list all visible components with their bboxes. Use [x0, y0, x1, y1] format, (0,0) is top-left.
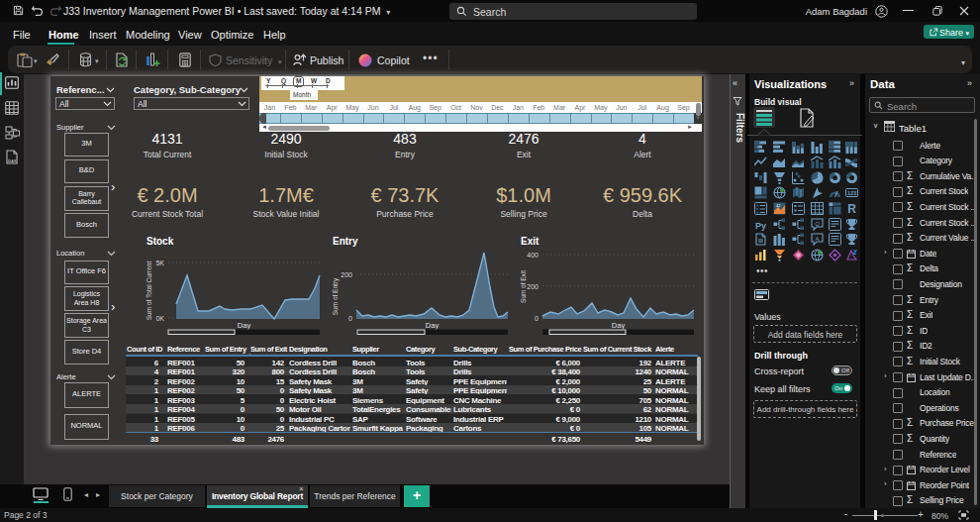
svg-text:Sum of Entry: Sum of Entry	[332, 277, 340, 315]
svg-text:0K: 0K	[155, 315, 164, 322]
svg-text:Stock: Stock	[147, 236, 174, 247]
svg-text:Day: Day	[612, 321, 626, 330]
svg-text:200: 200	[527, 283, 539, 290]
svg-text:Sum of Exit: Sum of Exit	[520, 270, 527, 303]
svg-text:0: 0	[535, 315, 539, 322]
svg-text:200: 200	[341, 271, 352, 278]
svg-text:42: 42	[776, 203, 781, 208]
svg-text:Day: Day	[238, 321, 251, 330]
svg-text:Q: Q	[815, 221, 820, 227]
svg-text:Py: Py	[755, 221, 766, 231]
svg-text:Sum of Total Current: Sum of Total Current	[146, 261, 152, 321]
svg-text:0: 0	[348, 315, 352, 322]
svg-text:Entry: Entry	[333, 236, 358, 247]
svg-text:5K: 5K	[155, 260, 164, 266]
svg-text:Exit: Exit	[521, 236, 539, 247]
svg-text:R: R	[847, 202, 856, 215]
svg-text:A: A	[815, 236, 819, 242]
svg-text:Day: Day	[426, 321, 440, 330]
svg-text:400: 400	[527, 252, 539, 259]
svg-text:123: 123	[847, 190, 856, 196]
